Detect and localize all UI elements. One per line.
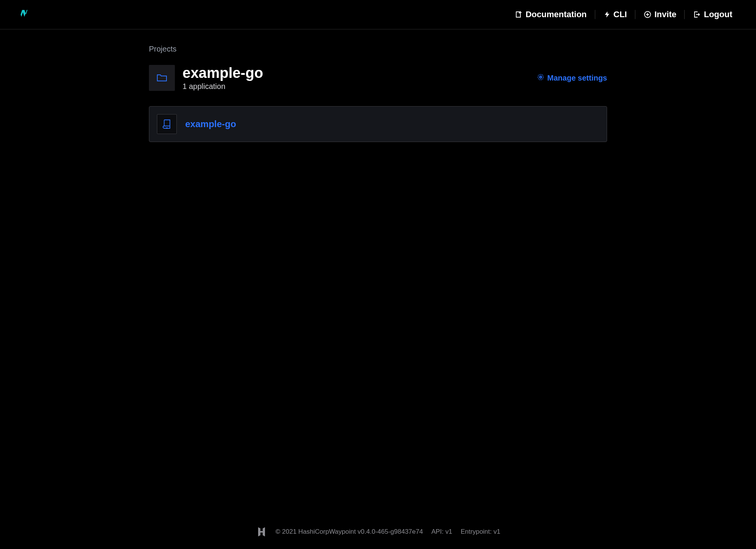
document-icon bbox=[515, 11, 522, 18]
application-name: example-go bbox=[185, 119, 236, 129]
gear-icon bbox=[537, 74, 544, 82]
logout-label: Logout bbox=[704, 10, 732, 19]
plus-circle-icon bbox=[644, 11, 651, 18]
header-nav: Documentation CLI Invite bbox=[506, 10, 741, 19]
hashicorp-logo bbox=[256, 526, 267, 538]
svg-point-1 bbox=[538, 74, 543, 80]
footer: © 2021 HashiCorpWaypoint v0.4.0-465-g984… bbox=[0, 515, 756, 549]
project-icon-box bbox=[149, 65, 175, 91]
cli-link[interactable]: CLI bbox=[595, 10, 635, 19]
invite-label: Invite bbox=[654, 10, 676, 19]
project-title: example-go bbox=[183, 65, 263, 81]
logout-icon bbox=[693, 11, 701, 18]
waypoint-logo-icon bbox=[15, 8, 29, 21]
application-card[interactable]: example-go bbox=[149, 106, 607, 142]
logout-link[interactable]: Logout bbox=[685, 10, 741, 19]
project-subtitle: 1 application bbox=[183, 82, 263, 91]
footer-api: API: v1 bbox=[431, 528, 452, 536]
invite-link[interactable]: Invite bbox=[635, 10, 685, 19]
main-content: Projects example-go 1 application bbox=[134, 29, 622, 515]
project-title-group: example-go 1 application bbox=[183, 65, 263, 91]
breadcrumb-label: Projects bbox=[149, 45, 176, 53]
project-header: example-go 1 application Manage settings bbox=[149, 65, 607, 91]
folder-icon bbox=[157, 73, 167, 82]
hashicorp-logo-icon bbox=[256, 526, 267, 538]
manage-settings-link[interactable]: Manage settings bbox=[537, 74, 607, 82]
waypoint-logo[interactable] bbox=[15, 8, 29, 21]
svg-point-2 bbox=[540, 76, 542, 78]
project-header-left: example-go 1 application bbox=[149, 65, 263, 91]
cli-label: CLI bbox=[614, 10, 627, 19]
app-icon-box bbox=[157, 114, 177, 134]
manage-settings-label: Manage settings bbox=[547, 74, 607, 82]
header: Documentation CLI Invite bbox=[0, 0, 756, 29]
breadcrumb[interactable]: Projects bbox=[149, 45, 607, 53]
repository-icon bbox=[162, 119, 171, 129]
footer-copyright: © 2021 HashiCorpWaypoint v0.4.0-465-g984… bbox=[276, 528, 423, 536]
documentation-label: Documentation bbox=[525, 10, 586, 19]
footer-entrypoint: Entrypoint: v1 bbox=[461, 528, 501, 536]
documentation-link[interactable]: Documentation bbox=[506, 10, 595, 19]
lightning-icon bbox=[604, 11, 611, 18]
